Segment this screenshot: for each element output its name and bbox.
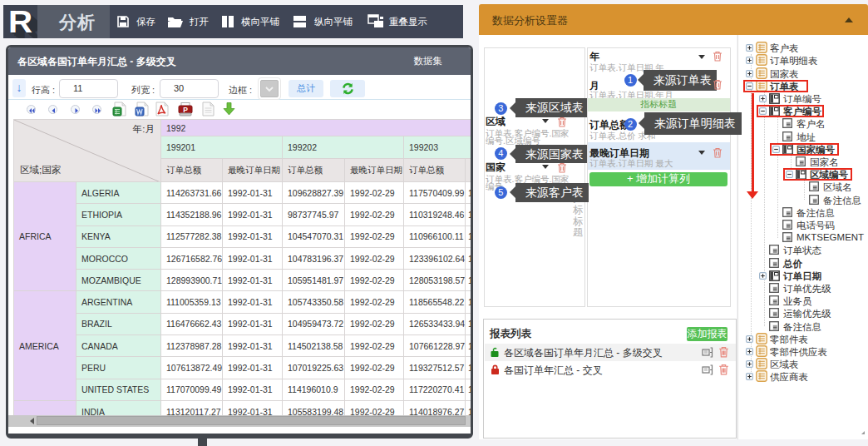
svg-text:P: P (183, 106, 188, 114)
